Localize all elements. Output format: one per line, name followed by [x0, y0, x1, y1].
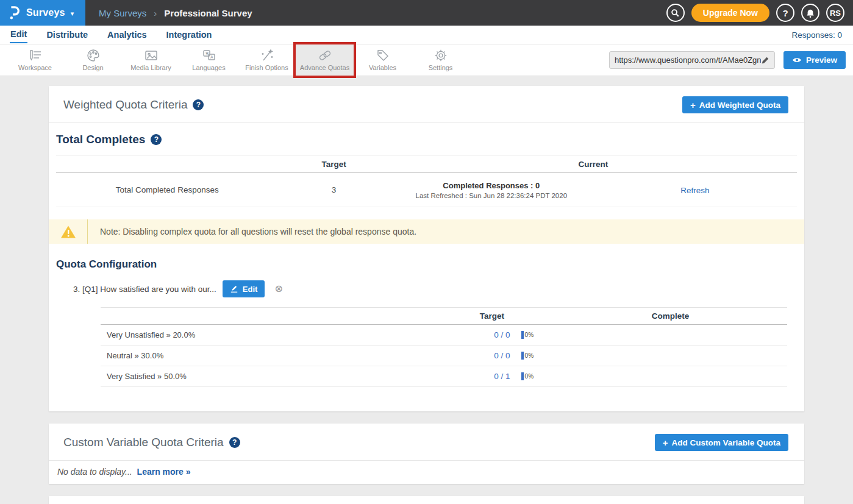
plus-icon: + — [663, 438, 668, 448]
avatar-initials: RS — [830, 9, 841, 18]
remove-quota-icon[interactable]: ⊗ — [274, 284, 282, 294]
quota-note-banner: Note: Disabling complex quota for all qu… — [49, 219, 804, 244]
toolbar-right: Preview — [609, 44, 853, 76]
percent-bar — [521, 352, 524, 360]
product-label: Surveys — [26, 7, 65, 18]
total-completes-table: Target Current Total Completed Responses… — [56, 155, 797, 207]
breadcrumb-separator-icon: › — [154, 8, 157, 18]
table-row: Total Completed Responses 3 Completed Re… — [56, 173, 797, 207]
target-value: 3 — [279, 185, 390, 194]
quota-row-target: 0 / 0 — [430, 351, 512, 360]
breadcrumb-my-surveys[interactable]: My Surveys — [99, 8, 146, 18]
magic-wand-icon — [260, 49, 274, 62]
add-weighted-quota-label: Add Weighted Quota — [699, 101, 780, 110]
weighted-quota-header: Weighted Quota Criteria ? + Add Weighted… — [49, 86, 804, 123]
total-completes-table-head: Target Current — [56, 155, 797, 173]
tab-analytics[interactable]: Analytics — [107, 27, 147, 43]
questionpro-logo-icon — [7, 5, 21, 20]
quota-row-progress: 0% — [513, 331, 568, 339]
quota-row-progress: 0% — [513, 352, 568, 360]
preview-button[interactable]: Preview — [783, 51, 846, 69]
help-icon[interactable]: ? — [229, 437, 240, 448]
toolbar-item-design[interactable]: Design — [64, 44, 122, 76]
advanced-quota-header: Advanced Quota Control ? + Add Advanced … — [49, 496, 804, 504]
table-row: Neutral » 30.0% 0 / 0 0% — [101, 346, 787, 366]
last-refreshed-timestamp: Last Refreshed : Sun Jun 28 22:36:24 PDT… — [390, 192, 593, 199]
toolbar-item-advance-quotas[interactable]: Advance Quotas — [296, 44, 354, 76]
search-icon — [671, 9, 680, 18]
percent-value: 0% — [525, 352, 534, 359]
col-target-header: Target — [430, 311, 554, 321]
quota-question-row: 3. [Q1] How satisfied are you with our..… — [73, 280, 804, 297]
help-icon[interactable]: ? — [193, 99, 204, 110]
quota-row-label: Neutral » 30.0% — [101, 351, 430, 360]
product-switcher[interactable]: Surveys ▾ — [0, 0, 85, 26]
toolbar-item-settings[interactable]: Settings — [412, 44, 469, 76]
workspace-icon — [28, 49, 43, 62]
toolbar-item-media-library[interactable]: Media Library — [122, 44, 180, 76]
add-weighted-quota-button[interactable]: + Add Weighted Quota — [682, 96, 788, 113]
edit-quota-label: Edit — [243, 285, 258, 294]
image-icon — [144, 49, 159, 62]
add-custom-variable-quota-button[interactable]: + Add Custom Variable Quota — [655, 434, 788, 451]
col-target-header: Target — [279, 160, 390, 169]
refresh-link[interactable]: Refresh — [680, 186, 709, 195]
topbar-actions: Upgrade Now ? RS — [666, 0, 853, 26]
search-button[interactable] — [666, 4, 685, 22]
topbar: Surveys ▾ My Surveys › Professional Surv… — [0, 0, 853, 26]
quota-row-progress: 0% — [513, 372, 568, 380]
toolbar-item-workspace[interactable]: Workspace — [6, 44, 64, 76]
toolbar-item-variables[interactable]: Variables — [354, 44, 412, 76]
toolbar-item-label: Workspace — [18, 64, 52, 71]
total-completes-title: Total Completes ? — [49, 123, 804, 152]
breadcrumb-current-survey: Professional Survey — [164, 8, 252, 18]
percent-bar — [521, 372, 524, 380]
gear-icon — [434, 49, 448, 62]
edit-pencil-icon — [230, 285, 238, 293]
no-data-text: No data to display... — [57, 467, 132, 477]
edit-quota-button[interactable]: Edit — [223, 280, 265, 297]
notifications-button[interactable] — [801, 4, 819, 22]
tab-integration[interactable]: Integration — [166, 27, 213, 43]
palette-icon — [86, 49, 101, 62]
table-row: Very Satisfied » 50.0% 0 / 1 0% — [101, 366, 787, 387]
quota-row-target: 0 / 1 — [430, 372, 512, 381]
edit-url-pencil-icon[interactable] — [761, 56, 769, 65]
percent-value: 0% — [525, 332, 534, 338]
quota-row-label: Very Satisfied » 50.0% — [101, 372, 430, 381]
question-label: 3. [Q1] How satisfied are you with our..… — [73, 285, 216, 294]
upgrade-now-button[interactable]: Upgrade Now — [691, 4, 769, 22]
col-complete-header: Complete — [554, 311, 787, 321]
quota-row-target: 0 / 0 — [430, 330, 512, 339]
help-button[interactable]: ? — [776, 4, 794, 22]
total-completed-responses-label: Total Completed Responses — [56, 185, 279, 194]
tag-icon — [376, 49, 390, 62]
percent-bar — [521, 331, 524, 339]
toolbar-item-label: Settings — [429, 64, 453, 71]
responses-count[interactable]: Responses: 0 — [791, 30, 842, 40]
toolbar-item-languages[interactable]: ✱ A Languages — [180, 44, 238, 76]
help-icon[interactable]: ? — [151, 134, 162, 145]
no-data-row: No data to display... Learn more » — [49, 461, 804, 484]
table-row: Very Unsatisfied » 20.0% 0 / 0 0% — [101, 325, 787, 346]
tab-edit[interactable]: Edit — [10, 27, 27, 43]
add-custom-variable-quota-label: Add Custom Variable Quota — [671, 438, 780, 447]
toolbar-item-label: Media Library — [130, 64, 171, 71]
translate-icon: ✱ A — [202, 49, 216, 62]
custom-variable-quota-title-text: Custom Variable Quota Criteria — [63, 436, 224, 449]
quota-note-text: Note: Disabling complex quota for all qu… — [87, 219, 416, 244]
warning-triangle-icon — [60, 225, 76, 239]
weighted-quota-title: Weighted Quota Criteria ? — [63, 98, 204, 112]
learn-more-link[interactable]: Learn more » — [137, 467, 191, 477]
edit-toolbar: Workspace Design Media Library ✱ A — [0, 44, 853, 76]
survey-url-input[interactable] — [615, 55, 761, 65]
quota-row-label: Very Unsatisfied » 20.0% — [101, 330, 430, 339]
current-info: Completed Responses : 0 Last Refreshed :… — [390, 181, 593, 199]
tab-distribute[interactable]: Distribute — [46, 27, 88, 43]
col-current-header: Current — [390, 160, 797, 169]
custom-variable-quota-card: Custom Variable Quota Criteria ? + Add C… — [49, 424, 804, 484]
toolbar-item-finish-options[interactable]: Finish Options — [238, 44, 296, 76]
preview-label: Preview — [806, 55, 837, 65]
breadcrumb: My Surveys › Professional Survey — [85, 0, 252, 26]
user-avatar[interactable]: RS — [826, 4, 844, 22]
